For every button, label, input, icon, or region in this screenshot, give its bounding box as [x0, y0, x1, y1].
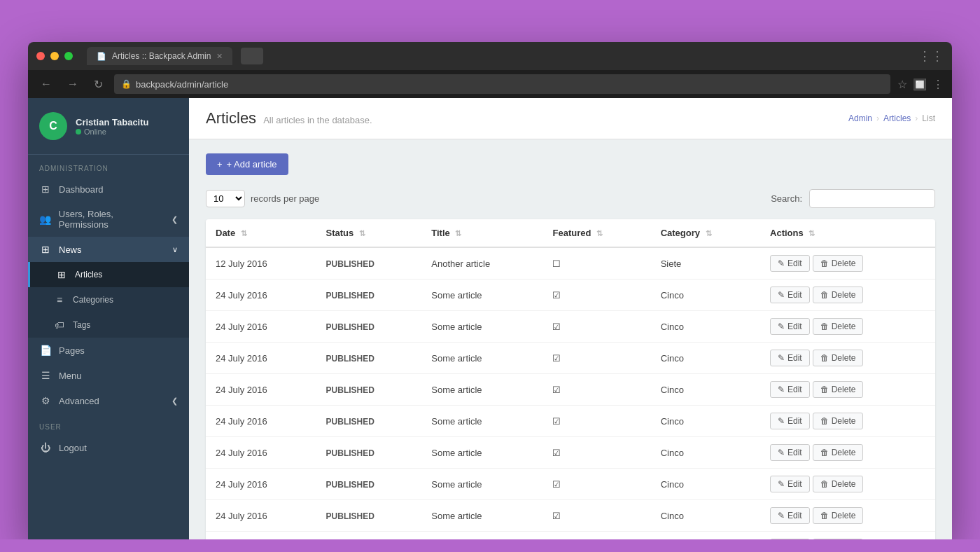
col-category-label: Category: [661, 228, 700, 238]
edit-icon: ✎: [778, 416, 785, 426]
col-header-category[interactable]: Category ⇅: [651, 219, 760, 247]
edit-icon: ✎: [778, 258, 785, 268]
table-row: 24 July 2016 PUBLISHED Some article ☑ Ci…: [206, 311, 935, 343]
table-row: 24 July 2016 PUBLISHED Some article ☑ Ci…: [206, 469, 935, 500]
sidebar-item-categories[interactable]: ≡ Categories: [28, 287, 189, 312]
records-per-page-select[interactable]: 10 25 50 100: [206, 190, 245, 207]
delete-button[interactable]: 🗑 Delete: [813, 539, 864, 539]
bookmark-icon[interactable]: ☆: [897, 78, 907, 91]
sort-icon-category[interactable]: ⇅: [706, 229, 712, 237]
delete-label: Delete: [832, 479, 856, 489]
breadcrumb-articles[interactable]: Articles: [883, 113, 911, 123]
edit-label: Edit: [788, 448, 802, 457]
search-area: Search:: [771, 189, 935, 208]
traffic-light-red[interactable]: [36, 52, 45, 60]
status-badge: PUBLISHED: [326, 259, 374, 269]
status-badge: PUBLISHED: [326, 448, 374, 458]
col-status-label: Status: [326, 228, 354, 238]
edit-button[interactable]: ✎ Edit: [770, 381, 810, 398]
sidebar-item-news[interactable]: ⊞ News ∨: [28, 237, 189, 262]
cell-date: 24 July 2016: [206, 532, 316, 540]
delete-button[interactable]: 🗑 Delete: [813, 413, 864, 429]
browser-overflow-icon[interactable]: ⋮: [932, 78, 944, 91]
sidebar-item-label: Advanced: [59, 396, 99, 406]
logout-icon: ⏻: [39, 442, 52, 453]
browser-tab[interactable]: 📄 Articles :: Backpack Admin ✕: [87, 47, 232, 65]
categories-icon: ≡: [53, 294, 66, 305]
sidebar-item-advanced[interactable]: ⚙ Advanced ❮: [28, 388, 189, 413]
sidebar-item-menu[interactable]: ☰ Menu: [28, 363, 189, 388]
cell-title: Some article: [421, 343, 542, 374]
col-header-status[interactable]: Status ⇅: [316, 219, 422, 247]
cell-date: 24 July 2016: [206, 343, 316, 374]
cell-actions: ✎ Edit 🗑 Delete: [760, 247, 935, 280]
delete-button[interactable]: 🗑 Delete: [813, 287, 864, 303]
forward-button[interactable]: →: [63, 76, 83, 92]
cell-actions: ✎ Edit 🗑 Delete: [760, 374, 935, 406]
browser-extension-icon[interactable]: 🔲: [913, 78, 927, 91]
col-header-title[interactable]: Title ⇅: [421, 219, 542, 247]
delete-label: Delete: [832, 511, 856, 520]
cell-date: 24 July 2016: [206, 311, 316, 343]
edit-button[interactable]: ✎ Edit: [770, 318, 810, 335]
sort-icon-actions[interactable]: ⇅: [808, 229, 815, 237]
dashboard-icon: ⊞: [39, 184, 52, 195]
sort-icon-date[interactable]: ⇅: [241, 229, 247, 237]
edit-button[interactable]: ✎ Edit: [770, 539, 810, 539]
col-header-actions[interactable]: Actions ⇅: [760, 219, 935, 247]
page-title-area: Articles All articles in the database.: [206, 109, 372, 127]
user-status: Online: [76, 127, 149, 136]
edit-button[interactable]: ✎ Edit: [770, 444, 810, 461]
page-subtitle: All articles in the database.: [263, 115, 372, 125]
delete-button[interactable]: 🗑 Delete: [813, 255, 864, 272]
browser-menu-icon[interactable]: ⋮⋮: [918, 48, 944, 64]
sidebar-item-dashboard[interactable]: ⊞ Dashboard: [28, 177, 189, 202]
tab-close-button[interactable]: ✕: [216, 52, 223, 61]
delete-label: Delete: [832, 353, 856, 363]
edit-label: Edit: [788, 322, 802, 331]
edit-button[interactable]: ✎ Edit: [770, 255, 810, 272]
edit-button[interactable]: ✎ Edit: [770, 350, 810, 366]
new-tab-area[interactable]: [241, 48, 263, 64]
back-button[interactable]: ←: [36, 76, 56, 92]
cell-status: PUBLISHED: [316, 311, 422, 343]
col-header-featured[interactable]: Featured ⇅: [542, 219, 650, 247]
cell-title: Some article: [421, 437, 542, 469]
sidebar-item-tags[interactable]: 🏷 Tags: [28, 312, 189, 338]
edit-icon: ✎: [778, 322, 785, 331]
delete-button[interactable]: 🗑 Delete: [813, 381, 864, 398]
trash-icon: 🗑: [820, 385, 829, 394]
sidebar-item-users[interactable]: 👥 Users, Roles, Permissions ❮: [28, 202, 189, 237]
sidebar-item-pages[interactable]: 📄 Pages: [28, 338, 189, 363]
traffic-light-yellow[interactable]: [50, 52, 59, 60]
delete-button[interactable]: 🗑 Delete: [813, 507, 864, 524]
address-bar[interactable]: 🔒 backpack/admin/article: [114, 74, 890, 94]
sidebar-item-articles[interactable]: ⊞ Articles: [28, 262, 189, 287]
delete-button[interactable]: 🗑 Delete: [813, 350, 864, 366]
col-header-date[interactable]: Date ⇅: [206, 219, 316, 247]
cell-category: Cinco: [651, 343, 760, 374]
edit-label: Edit: [788, 416, 802, 426]
cell-title: Another article: [421, 247, 542, 280]
cell-date: 24 July 2016: [206, 437, 316, 469]
delete-button[interactable]: 🗑 Delete: [813, 444, 864, 461]
edit-button[interactable]: ✎ Edit: [770, 413, 810, 429]
edit-button[interactable]: ✎ Edit: [770, 287, 810, 303]
sort-icon-title[interactable]: ⇅: [455, 229, 461, 237]
articles-table: Date ⇅ Status ⇅ Title ⇅: [206, 219, 935, 539]
add-article-button[interactable]: + + Add article: [206, 153, 288, 175]
refresh-button[interactable]: ↻: [90, 76, 107, 92]
traffic-light-green[interactable]: [64, 52, 73, 60]
cell-category: Cinco: [651, 311, 760, 343]
sort-icon-status[interactable]: ⇅: [359, 229, 365, 237]
sidebar-item-logout[interactable]: ⏻ Logout: [28, 435, 189, 460]
search-input[interactable]: [809, 189, 935, 208]
edit-button[interactable]: ✎ Edit: [770, 476, 810, 492]
sort-icon-featured[interactable]: ⇅: [596, 229, 603, 237]
delete-button[interactable]: 🗑 Delete: [813, 318, 864, 335]
records-per-page-control: 10 25 50 100 records per page: [206, 190, 319, 207]
edit-button[interactable]: ✎ Edit: [770, 507, 810, 524]
cell-featured: ☑: [542, 374, 650, 406]
delete-button[interactable]: 🗑 Delete: [813, 476, 864, 492]
breadcrumb-admin[interactable]: Admin: [848, 113, 872, 123]
